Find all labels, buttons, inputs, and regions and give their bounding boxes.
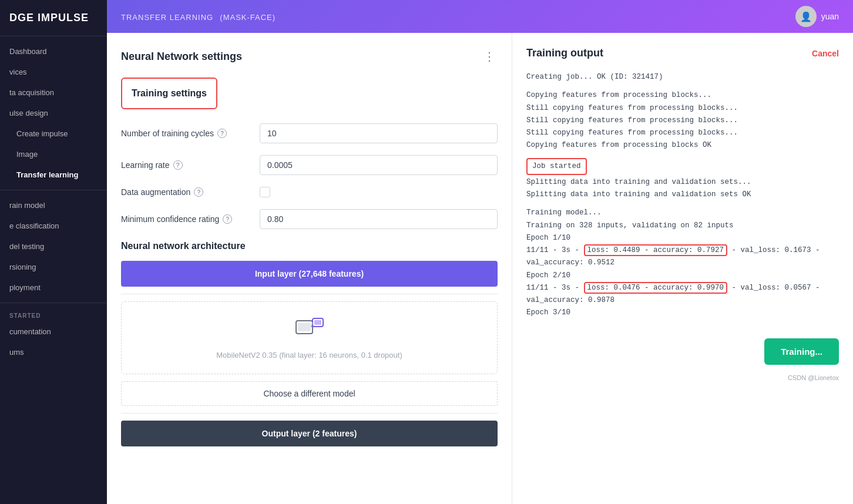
learning-rate-help-icon[interactable]: ?: [173, 160, 183, 170]
right-panel: Training output Cancel Creating job... O…: [512, 33, 853, 504]
right-panel-header: Training output Cancel: [526, 47, 839, 59]
learning-rate-row: Learning rate ?: [121, 155, 498, 175]
divider-2: [121, 413, 498, 414]
panel-title: Neural Network settings: [121, 51, 242, 63]
log-gap-2: [526, 152, 839, 158]
min-confidence-label: Minimum confidence rating ?: [121, 214, 250, 224]
training-cycles-label: Number of training cycles ?: [121, 129, 250, 138]
output-layer-button[interactable]: Output layer (2 features): [121, 421, 498, 446]
learning-rate-input[interactable]: [260, 155, 498, 175]
log-line-11: Training on 328 inputs, validating on 82…: [526, 220, 839, 232]
sidebar-item-model-testing[interactable]: del testing: [0, 236, 107, 257]
model-icon: [131, 316, 488, 346]
menu-dots-icon[interactable]: ⋮: [481, 47, 498, 66]
min-confidence-help-icon[interactable]: ?: [223, 214, 232, 224]
data-augmentation-row: Data augmentation ?: [121, 187, 498, 197]
architecture-title: Neural network architecture: [121, 241, 498, 251]
log-line-9: Splitting data into training and validat…: [526, 189, 839, 201]
choose-model-button[interactable]: Choose a different model: [121, 381, 498, 406]
avatar: 👤: [795, 6, 817, 27]
sidebar-item-dashboard[interactable]: Dashboard: [0, 41, 107, 62]
left-panel: Neural Network settings ⋮ Training setti…: [107, 33, 512, 504]
sidebar-item-documentation[interactable]: cumentation: [0, 321, 107, 342]
log-line-5: Still copying features from processing b…: [526, 127, 839, 139]
log-line-3: Still copying features from processing b…: [526, 102, 839, 115]
sidebar-item-classification[interactable]: e classification: [0, 216, 107, 236]
sidebar: DGE IMPULSE Dashboard vices ta acquisiti…: [0, 0, 107, 504]
learning-rate-label: Learning rate ?: [121, 160, 250, 170]
svg-rect-3: [314, 320, 321, 325]
sidebar-logo: DGE IMPULSE: [0, 0, 107, 36]
sidebar-nav: Dashboard vices ta acquisition ulse desi…: [0, 36, 107, 504]
sidebar-item-versioning[interactable]: rsioning: [0, 257, 107, 277]
sidebar-item-forums[interactable]: ums: [0, 342, 107, 362]
log-gap-1: [526, 83, 839, 89]
sidebar-item-image[interactable]: Image: [0, 144, 107, 164]
sidebar-divider: [0, 190, 107, 190]
cancel-button[interactable]: Cancel: [812, 49, 839, 58]
training-cycles-help-icon[interactable]: ?: [217, 129, 227, 138]
header-title: TRANSFER LEARNING (MASK-FACE): [121, 12, 276, 22]
main-area: TRANSFER LEARNING (MASK-FACE) 👤 yuan Neu…: [107, 0, 853, 504]
header: TRANSFER LEARNING (MASK-FACE) 👤 yuan: [107, 0, 853, 33]
sidebar-divider-2: [0, 303, 107, 303]
watermark: CSDN @Lionetox: [526, 374, 839, 381]
log-line-8: Splitting data into training and validat…: [526, 176, 839, 189]
model-name: MobileNetV2 0.35 (final layer: 16 neuron…: [131, 351, 488, 359]
input-layer-button[interactable]: Input layer (27,648 features): [121, 261, 498, 287]
model-card: MobileNetV2 0.35 (final layer: 16 neuron…: [121, 301, 498, 374]
training-settings-label: Training settings: [132, 88, 207, 98]
log-line-epoch3: Epoch 3/10: [526, 307, 839, 319]
sidebar-item-devices[interactable]: vices: [0, 62, 107, 82]
min-confidence-row: Minimum confidence rating ?: [121, 209, 498, 229]
sidebar-item-transfer-learning[interactable]: Transfer learning: [0, 164, 107, 185]
data-augmentation-help-icon[interactable]: ?: [194, 187, 203, 197]
sidebar-item-create-impulse[interactable]: Create impulse: [0, 123, 107, 144]
log-line-val1: val_accuracy: 0.9512: [526, 257, 839, 269]
log-line-epoch1: Epoch 1/10: [526, 232, 839, 244]
sidebar-item-train-model[interactable]: rain model: [0, 195, 107, 216]
data-augmentation-toggle[interactable]: [260, 187, 270, 197]
log-gap-3: [526, 201, 839, 207]
training-output-title: Training output: [526, 47, 603, 59]
log-line-epoch1-stats: 11/11 - 3s - loss: 0.4489 - accuracy: 0.…: [526, 244, 839, 257]
data-augmentation-label: Data augmentation ?: [121, 187, 250, 197]
panel-header: Neural Network settings ⋮: [121, 47, 498, 66]
sidebar-section-started: STARTED: [0, 308, 107, 321]
divider-1: [121, 294, 498, 294]
sidebar-item-deployment[interactable]: ployment: [0, 277, 107, 298]
job-started-highlight: Job started: [526, 158, 587, 175]
log-line-6: Copying features from processing blocks …: [526, 139, 839, 152]
content-area: Neural Network settings ⋮ Training setti…: [107, 33, 853, 504]
log-line-2: Copying features from processing blocks.…: [526, 89, 839, 102]
training-settings-box: Training settings: [121, 78, 217, 109]
svg-rect-1: [298, 323, 311, 331]
log-line-10: Training model...: [526, 207, 839, 219]
header-user: 👤 yuan: [795, 6, 839, 27]
log-line-epoch2-stats: 11/11 - 3s - loss: 0.0476 - accuracy: 0.…: [526, 282, 839, 294]
log-line-1: Creating job... OK (ID: 321417): [526, 71, 839, 83]
log-job-started: Job started: [526, 158, 839, 176]
training-button[interactable]: Training...: [764, 338, 839, 365]
epoch2-highlight: loss: 0.0476 - accuracy: 0.9970: [584, 282, 728, 294]
training-log: Creating job... OK (ID: 321417) Copying …: [526, 71, 839, 320]
training-cycles-input[interactable]: [260, 123, 498, 143]
training-btn-container: Training...: [526, 338, 839, 365]
log-line-epoch2: Epoch 2/10: [526, 270, 839, 282]
sidebar-item-impulse-design[interactable]: ulse design: [0, 103, 107, 123]
training-cycles-row: Number of training cycles ?: [121, 123, 498, 143]
sidebar-item-data-acquisition[interactable]: ta acquisition: [0, 82, 107, 103]
epoch1-highlight: loss: 0.4489 - accuracy: 0.7927: [584, 244, 728, 256]
min-confidence-input[interactable]: [260, 209, 498, 229]
log-line-4: Still copying features from processing b…: [526, 115, 839, 127]
log-line-val2: val_accuracy: 0.9878: [526, 294, 839, 307]
